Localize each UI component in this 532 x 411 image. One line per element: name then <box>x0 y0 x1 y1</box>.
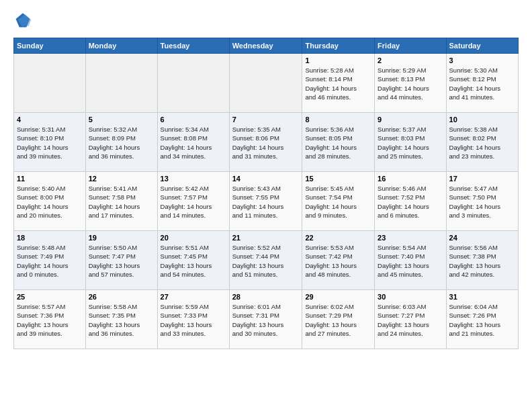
day-info: Sunrise: 5:38 AM Sunset: 8:02 PM Dayligh… <box>449 125 515 161</box>
day-info: Sunrise: 5:50 AM Sunset: 7:47 PM Dayligh… <box>89 243 154 279</box>
day-cell: 3Sunrise: 5:30 AM Sunset: 8:12 PM Daylig… <box>446 54 518 113</box>
week-row-2: 4Sunrise: 5:31 AM Sunset: 8:10 PM Daylig… <box>14 113 519 172</box>
day-info: Sunrise: 5:41 AM Sunset: 7:58 PM Dayligh… <box>89 184 154 220</box>
day-number: 17 <box>449 175 515 183</box>
day-cell <box>229 54 302 113</box>
day-info: Sunrise: 5:32 AM Sunset: 8:09 PM Dayligh… <box>89 125 154 161</box>
calendar-header: SundayMondayTuesdayWednesdayThursdayFrid… <box>14 38 519 54</box>
day-cell: 26Sunrise: 5:58 AM Sunset: 7:35 PM Dayli… <box>85 290 157 349</box>
week-row-4: 18Sunrise: 5:48 AM Sunset: 7:49 PM Dayli… <box>14 231 519 290</box>
day-number: 8 <box>305 116 371 124</box>
day-cell <box>157 54 229 113</box>
day-number: 30 <box>378 293 443 301</box>
day-info: Sunrise: 5:51 AM Sunset: 7:45 PM Dayligh… <box>161 243 226 279</box>
day-cell: 20Sunrise: 5:51 AM Sunset: 7:45 PM Dayli… <box>157 231 229 290</box>
day-info: Sunrise: 5:47 AM Sunset: 7:50 PM Dayligh… <box>449 184 515 220</box>
day-cell: 14Sunrise: 5:43 AM Sunset: 7:55 PM Dayli… <box>229 172 302 231</box>
day-cell: 27Sunrise: 5:59 AM Sunset: 7:33 PM Dayli… <box>157 290 229 349</box>
day-number: 2 <box>378 56 443 64</box>
day-info: Sunrise: 5:53 AM Sunset: 7:42 PM Dayligh… <box>305 243 371 279</box>
day-number: 26 <box>89 293 154 301</box>
day-number: 18 <box>17 234 83 242</box>
calendar-table: SundayMondayTuesdayWednesdayThursdayFrid… <box>13 38 519 349</box>
day-info: Sunrise: 6:02 AM Sunset: 7:29 PM Dayligh… <box>305 302 371 338</box>
day-number: 12 <box>89 175 154 183</box>
day-cell: 16Sunrise: 5:46 AM Sunset: 7:52 PM Dayli… <box>375 172 446 231</box>
day-info: Sunrise: 5:56 AM Sunset: 7:38 PM Dayligh… <box>449 243 515 279</box>
day-number: 19 <box>89 234 154 242</box>
day-cell: 30Sunrise: 6:03 AM Sunset: 7:27 PM Dayli… <box>375 290 446 349</box>
header-friday: Friday <box>375 38 446 54</box>
day-cell: 21Sunrise: 5:52 AM Sunset: 7:44 PM Dayli… <box>229 231 302 290</box>
day-cell: 1Sunrise: 5:28 AM Sunset: 8:14 PM Daylig… <box>302 54 375 113</box>
day-cell: 28Sunrise: 6:01 AM Sunset: 7:31 PM Dayli… <box>229 290 302 349</box>
day-number: 11 <box>17 175 83 183</box>
day-cell: 22Sunrise: 5:53 AM Sunset: 7:42 PM Dayli… <box>302 231 375 290</box>
day-number: 10 <box>449 116 515 124</box>
header <box>13 11 519 30</box>
day-number: 16 <box>378 175 443 183</box>
day-number: 27 <box>161 293 226 301</box>
day-cell: 11Sunrise: 5:40 AM Sunset: 8:00 PM Dayli… <box>14 172 86 231</box>
day-info: Sunrise: 5:34 AM Sunset: 8:08 PM Dayligh… <box>161 125 226 161</box>
day-info: Sunrise: 5:37 AM Sunset: 8:03 PM Dayligh… <box>378 125 443 161</box>
day-info: Sunrise: 5:28 AM Sunset: 8:14 PM Dayligh… <box>305 66 371 101</box>
day-number: 25 <box>17 293 83 301</box>
day-cell <box>85 54 157 113</box>
day-number: 3 <box>449 56 515 64</box>
day-info: Sunrise: 5:57 AM Sunset: 7:36 PM Dayligh… <box>17 302 83 338</box>
header-monday: Monday <box>85 38 157 54</box>
day-cell: 13Sunrise: 5:42 AM Sunset: 7:57 PM Dayli… <box>157 172 229 231</box>
day-number: 5 <box>89 116 154 124</box>
day-cell: 31Sunrise: 6:04 AM Sunset: 7:26 PM Dayli… <box>446 290 518 349</box>
day-info: Sunrise: 5:46 AM Sunset: 7:52 PM Dayligh… <box>378 184 443 220</box>
day-info: Sunrise: 5:42 AM Sunset: 7:57 PM Dayligh… <box>161 184 226 220</box>
day-info: Sunrise: 5:45 AM Sunset: 7:54 PM Dayligh… <box>305 184 371 220</box>
day-cell: 4Sunrise: 5:31 AM Sunset: 8:10 PM Daylig… <box>14 113 86 172</box>
day-info: Sunrise: 5:48 AM Sunset: 7:49 PM Dayligh… <box>17 243 83 279</box>
day-number: 9 <box>378 116 443 124</box>
day-cell: 6Sunrise: 5:34 AM Sunset: 8:08 PM Daylig… <box>157 113 229 172</box>
day-number: 21 <box>232 234 300 242</box>
day-number: 6 <box>161 116 226 124</box>
day-number: 4 <box>17 116 83 124</box>
day-info: Sunrise: 5:35 AM Sunset: 8:06 PM Dayligh… <box>232 125 300 161</box>
day-cell: 18Sunrise: 5:48 AM Sunset: 7:49 PM Dayli… <box>14 231 86 290</box>
header-thursday: Thursday <box>302 38 375 54</box>
week-row-3: 11Sunrise: 5:40 AM Sunset: 8:00 PM Dayli… <box>14 172 519 231</box>
logo <box>13 11 35 30</box>
day-cell: 7Sunrise: 5:35 AM Sunset: 8:06 PM Daylig… <box>229 113 302 172</box>
day-cell: 10Sunrise: 5:38 AM Sunset: 8:02 PM Dayli… <box>446 113 518 172</box>
day-number: 1 <box>305 56 371 64</box>
day-cell <box>14 54 86 113</box>
week-row-1: 1Sunrise: 5:28 AM Sunset: 8:14 PM Daylig… <box>14 54 519 113</box>
day-number: 28 <box>232 293 300 301</box>
day-cell: 5Sunrise: 5:32 AM Sunset: 8:09 PM Daylig… <box>85 113 157 172</box>
day-number: 7 <box>232 116 300 124</box>
day-cell: 23Sunrise: 5:54 AM Sunset: 7:40 PM Dayli… <box>375 231 446 290</box>
day-cell: 24Sunrise: 5:56 AM Sunset: 7:38 PM Dayli… <box>446 231 518 290</box>
week-row-5: 25Sunrise: 5:57 AM Sunset: 7:36 PM Dayli… <box>14 290 519 349</box>
header-saturday: Saturday <box>446 38 518 54</box>
day-info: Sunrise: 6:01 AM Sunset: 7:31 PM Dayligh… <box>232 302 300 338</box>
day-info: Sunrise: 5:29 AM Sunset: 8:13 PM Dayligh… <box>378 66 443 101</box>
day-info: Sunrise: 5:58 AM Sunset: 7:35 PM Dayligh… <box>89 302 154 338</box>
day-info: Sunrise: 6:03 AM Sunset: 7:27 PM Dayligh… <box>378 302 443 338</box>
day-number: 13 <box>161 175 226 183</box>
day-number: 31 <box>449 293 515 301</box>
header-sunday: Sunday <box>14 38 86 54</box>
day-info: Sunrise: 5:59 AM Sunset: 7:33 PM Dayligh… <box>161 302 226 338</box>
day-cell: 17Sunrise: 5:47 AM Sunset: 7:50 PM Dayli… <box>446 172 518 231</box>
day-cell: 15Sunrise: 5:45 AM Sunset: 7:54 PM Dayli… <box>302 172 375 231</box>
header-wednesday: Wednesday <box>229 38 302 54</box>
day-number: 20 <box>161 234 226 242</box>
day-number: 24 <box>449 234 515 242</box>
header-tuesday: Tuesday <box>157 38 229 54</box>
day-cell: 9Sunrise: 5:37 AM Sunset: 8:03 PM Daylig… <box>375 113 446 172</box>
day-info: Sunrise: 5:40 AM Sunset: 8:00 PM Dayligh… <box>17 184 83 220</box>
day-info: Sunrise: 6:04 AM Sunset: 7:26 PM Dayligh… <box>449 302 515 338</box>
day-cell: 29Sunrise: 6:02 AM Sunset: 7:29 PM Dayli… <box>302 290 375 349</box>
day-cell: 2Sunrise: 5:29 AM Sunset: 8:13 PM Daylig… <box>375 54 446 113</box>
day-number: 29 <box>305 293 371 301</box>
day-info: Sunrise: 5:30 AM Sunset: 8:12 PM Dayligh… <box>449 66 515 101</box>
